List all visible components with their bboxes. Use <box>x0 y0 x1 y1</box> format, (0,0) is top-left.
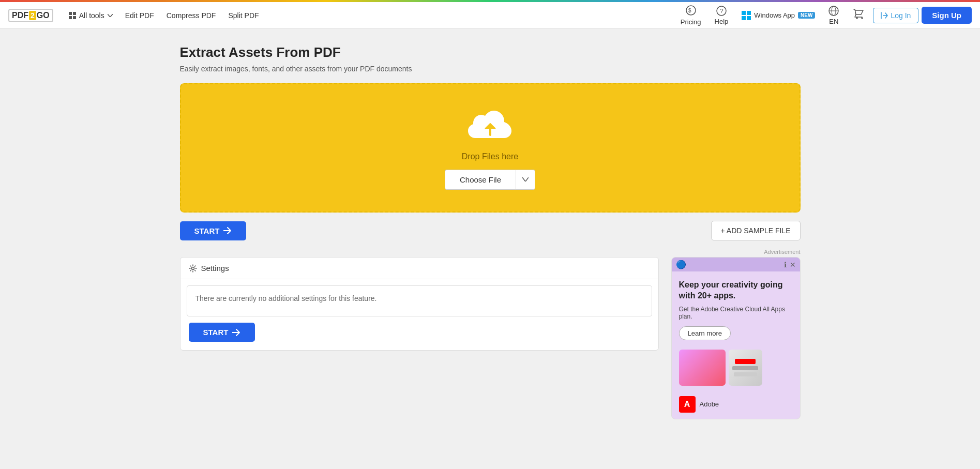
settings-panel: Settings There are currently no addition… <box>180 257 659 351</box>
start-button-top[interactable]: START <box>180 221 247 240</box>
settings-header: Settings <box>180 258 658 279</box>
header: PDF 2 GO All tools Edit PDF Compress PDF… <box>0 2 980 29</box>
signup-button[interactable]: Sign Up <box>922 7 972 24</box>
new-badge: NEW <box>798 12 815 19</box>
language-button[interactable]: EN <box>823 4 844 27</box>
choose-file-dropdown-button[interactable] <box>516 170 535 190</box>
arrow-right-icon <box>223 227 232 234</box>
login-button[interactable]: Log In <box>873 8 918 23</box>
actions-row: START + ADD SAMPLE FILE <box>180 221 801 240</box>
chevron-down-icon <box>108 14 113 17</box>
ad-footer: A Adobe <box>672 392 800 419</box>
svg-rect-11 <box>747 16 751 20</box>
split-pdf-button[interactable]: Split PDF <box>222 8 265 23</box>
all-tools-button[interactable]: All tools <box>63 8 119 23</box>
windows-icon <box>742 11 751 20</box>
ad-image-2 <box>729 350 762 386</box>
settings-gear-icon <box>189 264 197 273</box>
settings-body: There are currently no additional settin… <box>187 285 652 316</box>
choose-file-button[interactable]: Choose File <box>445 170 516 190</box>
windows-app-button[interactable]: Windows App NEW <box>736 9 820 22</box>
ad-content: Keep your creativity going with 20+ apps… <box>672 271 800 392</box>
logo-2-text: 2 <box>29 11 36 20</box>
dropdown-chevron-icon <box>522 177 529 181</box>
edit-pdf-button[interactable]: Edit PDF <box>119 8 160 23</box>
svg-rect-9 <box>747 11 751 15</box>
ad-logo-icon: 🔵 <box>676 260 686 269</box>
add-sample-file-button[interactable]: + ADD SAMPLE FILE <box>711 221 801 240</box>
ad-learn-more-button[interactable]: Learn more <box>679 326 731 340</box>
compress-pdf-button[interactable]: Compress PDF <box>160 8 222 23</box>
svg-rect-10 <box>742 16 746 20</box>
page-subtitle: Easily extract images, fonts, and other … <box>180 65 801 73</box>
help-button[interactable]: ? Help <box>710 4 734 27</box>
svg-point-15 <box>191 267 194 269</box>
drop-zone[interactable]: Drop Files here Choose File <box>180 83 801 213</box>
logo[interactable]: PDF 2 GO <box>8 9 53 22</box>
choose-file-container: Choose File <box>445 170 535 190</box>
svg-text:?: ? <box>720 8 723 14</box>
page-title: Extract Assets From PDF <box>180 44 801 60</box>
ad-info-icon: ℹ <box>784 261 787 269</box>
cart-button[interactable] <box>847 6 870 25</box>
ad-images <box>679 350 793 386</box>
grid-icon <box>69 12 76 19</box>
svg-rect-2 <box>69 16 72 19</box>
svg-rect-8 <box>742 11 746 15</box>
cart-icon <box>852 8 865 20</box>
ad-panel: 🔵 ℹ ✕ Keep your creativity going with 20… <box>671 257 801 419</box>
pricing-button[interactable]: $ Pricing <box>675 3 706 28</box>
main-content: Extract Assets From PDF Easily extract i… <box>170 29 811 435</box>
adobe-logo: A <box>679 396 696 413</box>
ad-headline: Keep your creativity going with 20+ apps… <box>679 280 793 301</box>
svg-text:$: $ <box>688 8 691 13</box>
bottom-section: Settings There are currently no addition… <box>180 257 801 419</box>
ad-top-bar: 🔵 ℹ ✕ <box>672 258 800 271</box>
login-icon <box>881 12 888 19</box>
arrow-right-icon-bottom <box>232 329 240 336</box>
svg-rect-3 <box>73 16 76 19</box>
adobe-text: Adobe <box>700 400 719 408</box>
pricing-icon: $ <box>686 5 696 18</box>
start-button-bottom[interactable]: START <box>189 323 255 342</box>
header-right: $ Pricing ? Help Windows App NEW <box>675 3 972 28</box>
logo-pdf-text: PDF <box>12 11 28 20</box>
svg-rect-0 <box>69 12 72 15</box>
logo-go-text: GO <box>37 11 50 20</box>
globe-icon <box>828 6 839 18</box>
ad-close-button[interactable]: ✕ <box>790 261 796 269</box>
svg-rect-1 <box>73 12 76 15</box>
drop-files-text: Drop Files here <box>462 152 518 161</box>
ad-box: 🔵 ℹ ✕ Keep your creativity going with 20… <box>671 257 801 419</box>
advertisement-label: Advertisement <box>180 249 801 255</box>
cloud-upload-icon <box>467 107 514 144</box>
question-icon: ? <box>716 6 727 18</box>
ad-image-1 <box>679 350 726 386</box>
ad-subtext: Get the Adobe Creative Cloud All Apps pl… <box>679 306 793 320</box>
